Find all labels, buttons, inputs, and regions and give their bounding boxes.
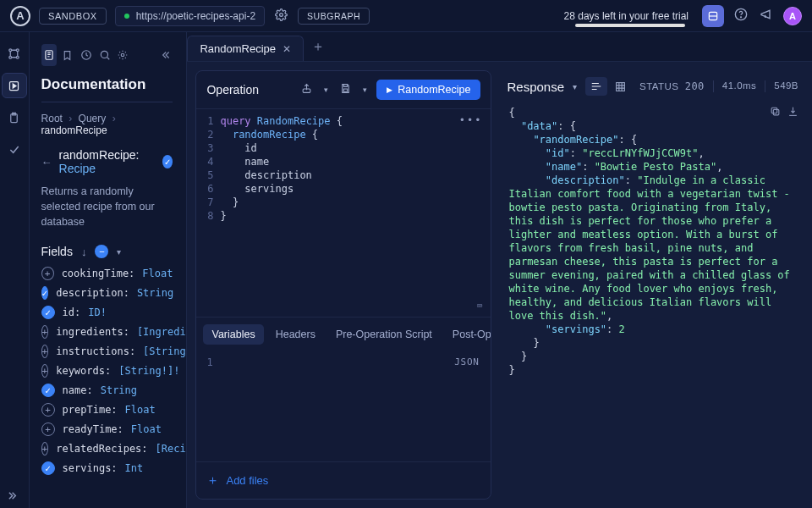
check-icon[interactable]: ✓ (41, 461, 55, 475)
field-row[interactable]: +readyTime: Float (41, 422, 173, 436)
bottom-tab[interactable]: Headers (267, 324, 324, 345)
sandbox-badge[interactable]: SANDBOX (39, 8, 107, 25)
plus-icon[interactable]: + (41, 345, 49, 358)
main-area: RandomRecipe ✕ ＋ Operation ▾ ▾ (187, 32, 812, 508)
field-row[interactable]: +ingredients: [Ingredient] (41, 325, 173, 339)
plus-icon[interactable]: + (41, 325, 49, 339)
fields-sort-icon[interactable]: ↓ (81, 246, 87, 258)
rail-clipboard-icon[interactable] (2, 105, 27, 130)
field-return-type[interactable]: Recipe (59, 162, 96, 175)
field-name: instructions: (56, 345, 135, 357)
download-response-icon[interactable] (787, 106, 798, 119)
bottom-tab[interactable]: Post-Operation Script (444, 324, 491, 345)
field-row[interactable]: ✓id: ID! (41, 306, 173, 319)
crumb-root[interactable]: Root (41, 113, 63, 124)
field-type[interactable]: [String!]! (118, 365, 179, 377)
fields-chevron-icon[interactable]: ▾ (117, 247, 121, 257)
editor-tab[interactable]: RandomRecipe ✕ (187, 36, 304, 61)
rail-schema-icon[interactable] (2, 41, 27, 66)
response-chevron-icon[interactable]: ▾ (573, 82, 577, 91)
field-row[interactable]: +instructions: [String] (41, 345, 173, 358)
plus-icon[interactable]: + (41, 442, 49, 456)
close-tab-icon[interactable]: ✕ (283, 43, 291, 55)
endpoint-settings-icon[interactable] (273, 8, 289, 24)
plus-icon[interactable]: + (41, 422, 55, 436)
chevron-down-icon[interactable]: ▾ (360, 84, 370, 96)
field-row[interactable]: +keywords: [String!]! (41, 364, 173, 378)
bottom-tabs: VariablesHeadersPre-Operation ScriptPost… (196, 317, 491, 351)
check-icon[interactable]: ✓ (41, 286, 49, 300)
response-view-table-icon[interactable] (609, 77, 631, 96)
keyboard-icon[interactable]: ⌨ (477, 301, 483, 312)
add-tab-button[interactable]: ＋ (304, 32, 332, 61)
field-type[interactable]: [Recipe] (156, 443, 188, 455)
plus-icon[interactable]: + (41, 403, 55, 417)
assist-button[interactable] (702, 5, 724, 27)
bottom-tab[interactable]: Pre-Operation Script (327, 324, 441, 345)
field-type[interactable]: Float (131, 423, 162, 435)
fields-collapse-all-icon[interactable]: − (95, 245, 108, 258)
svg-point-5 (17, 48, 19, 51)
endpoint-url-box[interactable]: https://poetic-recipes-api-2 (115, 6, 265, 26)
rail-expand-icon[interactable] (2, 483, 27, 508)
field-type[interactable]: [String] (143, 345, 187, 357)
response-json[interactable]: { "data": { "randomRecipe": { "id": "rec… (508, 106, 800, 377)
rail-explorer-icon[interactable] (2, 73, 27, 98)
share-icon[interactable] (299, 81, 315, 98)
status-label: STATUS (639, 81, 678, 91)
field-name: description: (56, 287, 129, 299)
field-row[interactable]: +prepTime: Float (41, 403, 173, 417)
field-type[interactable]: ID! (88, 306, 107, 318)
field-type[interactable]: Float (125, 404, 156, 416)
field-type[interactable]: String (101, 384, 137, 396)
check-icon[interactable]: ✓ (41, 384, 55, 397)
play-icon: ▶ (387, 86, 392, 94)
field-row[interactable]: ✓description: String (41, 286, 173, 300)
subgraph-button[interactable]: SUBGRAPH (298, 8, 370, 25)
variables-editor[interactable]: 1 JSON (196, 351, 491, 461)
docs-settings-icon[interactable] (116, 44, 131, 66)
add-files-button[interactable]: ＋ Add files (196, 461, 491, 499)
field-row[interactable]: ✓name: String (41, 384, 173, 397)
trial-notice[interactable]: 28 days left in your free trial (564, 10, 689, 22)
response-view-json-icon[interactable] (585, 77, 607, 96)
copy-response-icon[interactable] (770, 106, 781, 119)
operation-editor[interactable]: 12345678 query RandomRecipe { randomReci… (196, 109, 491, 317)
run-operation-button[interactable]: ▶ RandomRecipe (376, 80, 480, 100)
user-avatar[interactable]: A (783, 7, 802, 25)
help-icon[interactable] (732, 8, 749, 24)
operation-more-icon[interactable]: ••• (459, 114, 483, 126)
svg-point-3 (741, 17, 742, 18)
bottom-tab[interactable]: Variables (203, 324, 263, 345)
docs-history-icon[interactable] (79, 44, 94, 66)
docs-title: Documentation (41, 76, 173, 102)
breadcrumb: Root › Query › randomRecipe (41, 113, 173, 136)
field-type[interactable]: Float (142, 268, 173, 279)
apollo-logo[interactable]: A (10, 6, 30, 26)
field-selected-badge[interactable]: ✓ (162, 155, 173, 168)
announce-icon[interactable] (758, 8, 775, 24)
field-row[interactable]: ✓servings: Int (41, 461, 173, 475)
field-row[interactable]: +relatedRecipes: [Recipe] (41, 442, 173, 456)
docs-search-icon[interactable] (97, 44, 112, 66)
docs-bookmark-icon[interactable] (60, 44, 75, 66)
save-icon[interactable] (337, 81, 354, 98)
response-size: 549B (774, 80, 798, 92)
field-type[interactable]: String (137, 287, 173, 299)
field-type[interactable]: [Ingredient] (137, 326, 188, 338)
chevron-down-icon[interactable]: ▾ (321, 84, 331, 96)
docs-collapse-icon[interactable] (157, 44, 173, 66)
rail-checks-icon[interactable] (2, 137, 27, 163)
run-button-label: RandomRecipe (398, 84, 470, 96)
docs-sidebar: Documentation Root › Query › randomRecip… (30, 32, 188, 508)
back-arrow-icon[interactable]: ← (41, 156, 52, 168)
docs-docs-icon[interactable] (41, 44, 57, 66)
field-name: readyTime: (63, 423, 123, 435)
field-type[interactable]: Int (125, 462, 144, 474)
check-icon[interactable]: ✓ (41, 306, 55, 319)
crumb-query[interactable]: Query (79, 113, 107, 124)
plus-icon[interactable]: + (41, 267, 54, 280)
response-latency: 41.0ms (722, 80, 756, 92)
field-row[interactable]: +cookingTime: Float (41, 267, 173, 280)
plus-icon[interactable]: + (41, 364, 49, 378)
